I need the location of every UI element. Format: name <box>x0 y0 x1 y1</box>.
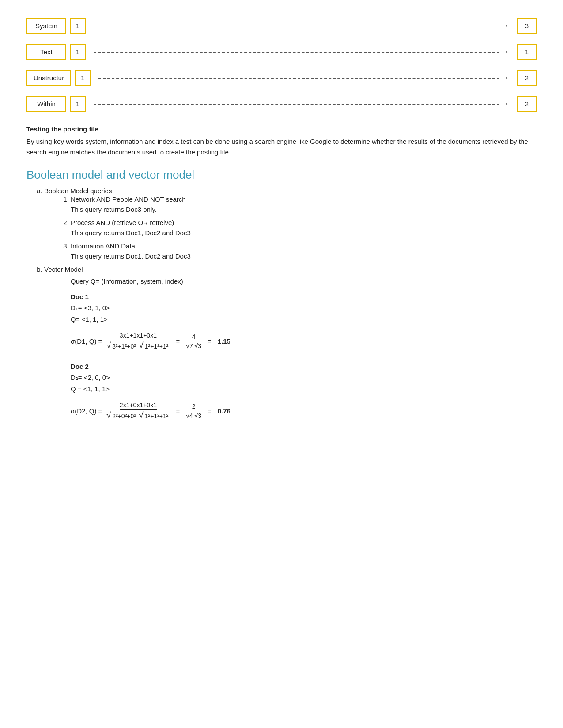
doc1-title: Doc 1 <box>71 293 537 300</box>
list-item-boolean: Boolean Model queries Network AND People… <box>44 187 537 261</box>
box-number-1: 1 <box>70 44 86 60</box>
doc2-values: D₂= <2, 0, 0> Q = <1, 1, 1> <box>71 372 537 394</box>
dashes-2 <box>98 78 499 79</box>
box-number-2: 1 <box>75 70 91 86</box>
arrow-line-0: → <box>94 21 509 30</box>
doc1-block: Doc 1 D₁= <3, 1, 0> Q= <1, 1, 1> σ(D1, Q… <box>71 293 537 350</box>
arrow-head-1: → <box>501 47 509 56</box>
box-label-0: System <box>26 18 66 34</box>
doc2-block: Doc 2 D₂= <2, 0, 0> Q = <1, 1, 1> σ(D2, … <box>71 363 537 420</box>
box-result-3: 2 <box>517 96 537 112</box>
arrow-head-3: → <box>501 99 509 109</box>
box-number-3: 1 <box>70 96 86 112</box>
box-result-0: 3 <box>517 18 537 34</box>
doc1-values: D₁= <3, 1, 0> Q= <1, 1, 1> <box>71 302 537 325</box>
diagram-row-0: System 1 → 3 <box>26 18 537 34</box>
dashes-3 <box>94 104 499 105</box>
list-item-vector: Vector Model Query Q= (Information, syst… <box>44 266 537 420</box>
boolean-queries-list: Network AND People AND NOT search This q… <box>71 195 537 261</box>
dashes-0 <box>94 26 499 26</box>
dashes-1 <box>94 52 499 53</box>
doc2-formula: σ(D2, Q) = 2x1+0x1+0x1 √ 2²+0²+0² √ <box>71 402 537 420</box>
doc2-title: Doc 2 <box>71 363 537 370</box>
boolean-vector-section: Boolean model and vector model Boolean M… <box>26 168 537 420</box>
box-number-0: 1 <box>70 18 86 34</box>
query-item-1: Network AND People AND NOT search This q… <box>71 195 537 214</box>
diagram-row-1: Text 1 → 1 <box>26 44 537 60</box>
list-a: Boolean Model queries Network AND People… <box>44 187 537 420</box>
diagram-row-2: Unstructur 1 → 2 <box>26 70 537 86</box>
box-result-1: 1 <box>517 44 537 60</box>
testing-body: By using key words system, information a… <box>26 136 537 158</box>
diagram-section: System 1 → 3 Text 1 → 1 Unstructur 1 → 2 <box>26 18 537 112</box>
doc1-formula: σ(D1, Q) = 3x1+1x1+0x1 √ 3²+1²+0² √ <box>71 332 537 350</box>
vector-section: Query Q= (Information, system, index) Do… <box>71 278 537 420</box>
section-heading: Boolean model and vector model <box>26 168 537 182</box>
box-label-2: Unstructur <box>26 70 71 86</box>
arrow-line-3: → <box>94 99 509 109</box>
box-label-1: Text <box>26 44 66 60</box>
query-item-3: Information AND Data This query returns … <box>71 241 537 261</box>
box-result-2: 2 <box>517 70 537 86</box>
testing-title: Testing the posting file <box>26 125 537 133</box>
arrow-line-1: → <box>94 47 509 56</box>
arrow-head-0: → <box>501 21 509 30</box>
arrow-head-2: → <box>501 73 509 83</box>
box-label-3: Within <box>26 96 66 112</box>
testing-section: Testing the posting file By using key wo… <box>26 125 537 158</box>
arrow-line-2: → <box>98 73 509 83</box>
vector-query: Query Q= (Information, system, index) <box>71 278 537 285</box>
query-item-2: Process AND (retrieve OR retreive) This … <box>71 218 537 238</box>
diagram-row-3: Within 1 → 2 <box>26 96 537 112</box>
